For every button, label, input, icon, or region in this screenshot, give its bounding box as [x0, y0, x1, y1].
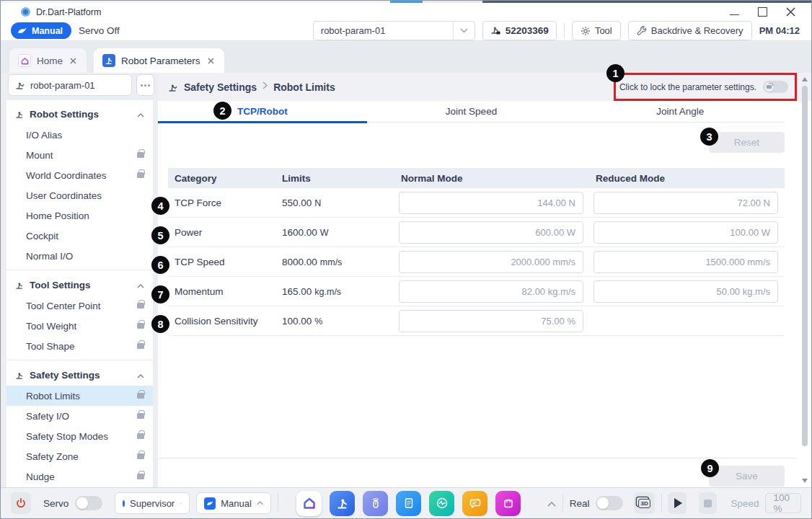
real-toggle-label: Real — [570, 498, 590, 509]
sidebar-item-normal-io[interactable]: Normal I/O — [6, 246, 153, 266]
scrollbar-thumb[interactable] — [802, 86, 808, 446]
momentum-reduced-input[interactable] — [593, 280, 778, 303]
stop-button[interactable] — [699, 492, 717, 514]
app-window: Dr.Dart-Platform Manual Servo Off robot-… — [0, 0, 812, 519]
lock-icon — [137, 474, 144, 479]
bottom-bar: Servo Supervisor Manual — [1, 487, 811, 518]
sidebar-item-world-coordinates[interactable]: World Coordinates — [6, 165, 153, 185]
chevron-up-icon — [137, 280, 144, 290]
breadcrumb-page: Robot Limits — [273, 81, 335, 93]
footer-separator — [661, 494, 662, 513]
tool-button[interactable]: Tool — [572, 21, 621, 40]
annotation-badge-9: 9 — [701, 459, 719, 477]
operation-mode-select[interactable]: Manual — [196, 492, 271, 514]
dock-robot-params-icon[interactable] — [330, 491, 355, 516]
play-button[interactable] — [668, 492, 687, 514]
chevron-right-icon — [262, 81, 268, 92]
backdrive-recovery-button[interactable]: Backdrive & Recovery — [628, 21, 752, 40]
subtab-joint-angle[interactable]: Joint Angle — [575, 101, 785, 122]
manual-mode-button[interactable]: Manual — [11, 22, 71, 39]
minimize-button[interactable] — [730, 9, 739, 15]
subtab-joint-speed[interactable]: Joint Speed — [367, 101, 576, 122]
sidebar-item-tool-weight[interactable]: Tool Weight — [6, 316, 153, 336]
robot-icon — [168, 82, 178, 92]
dock-store-icon[interactable] — [495, 491, 521, 516]
speed-value[interactable]: 100 % — [765, 493, 801, 513]
more-options-button[interactable] — [136, 74, 154, 96]
screen-edge-strip-gray — [423, 1, 482, 3]
manual-swoosh-icon — [17, 27, 27, 35]
lock-icon — [137, 323, 144, 329]
sidebar-item-robot-limits[interactable]: Robot Limits — [6, 386, 153, 406]
chevron-up-icon — [257, 501, 263, 505]
ellipsis-icon — [144, 84, 146, 86]
tcp-speed-reduced-input[interactable] — [593, 251, 778, 273]
servo-toggle[interactable] — [75, 496, 102, 510]
dock-jog-remote-icon[interactable] — [363, 491, 388, 516]
role-select[interactable]: Supervisor — [115, 492, 190, 514]
dock-collapse-chevron[interactable] — [547, 497, 556, 510]
lock-parameters-callout: Click to lock the parameter settings. — [614, 73, 797, 101]
lock-icon — [137, 343, 144, 349]
annotation-badge-3: 3 — [700, 128, 718, 146]
lock-icon — [137, 152, 144, 158]
tcp-force-reduced-input[interactable] — [593, 192, 778, 214]
breadcrumb-section[interactable]: Safety Settings — [184, 81, 257, 93]
sidebar-item-cockpit[interactable]: Cockpit — [6, 226, 153, 246]
sidebar-item-tool-center-point[interactable]: Tool Center Point — [6, 296, 153, 316]
param-name-field[interactable]: robot-param-01 — [8, 74, 132, 96]
section-safety-settings[interactable]: Safety Settings — [6, 364, 153, 386]
tcp-force-normal-input[interactable] — [399, 192, 583, 214]
sidebar-item-user-coordinates[interactable]: User Coordinates — [6, 185, 153, 205]
dock-message-log-icon[interactable] — [462, 491, 487, 516]
lock-icon — [137, 393, 144, 399]
sidebar-item-safety-io[interactable]: Safety I/O — [6, 406, 153, 426]
robot-icon — [15, 80, 25, 90]
power-normal-input[interactable] — [399, 221, 583, 244]
maximize-button[interactable] — [758, 7, 767, 17]
real-sim-toggle[interactable] — [596, 496, 623, 510]
home-icon — [18, 54, 31, 67]
parameter-subtabs: TCP/Robot Joint Speed Joint Angle — [158, 101, 785, 123]
reset-button[interactable]: Reset — [709, 132, 785, 153]
close-tab-icon[interactable] — [69, 56, 78, 66]
lock-icon — [137, 413, 144, 419]
sim-3d-button[interactable]: 3D — [634, 492, 654, 514]
save-button[interactable]: Save — [709, 466, 785, 487]
toolbar-separator — [564, 23, 565, 39]
sidebar-item-tool-shape[interactable]: Tool Shape — [6, 336, 153, 356]
power-reduced-input[interactable] — [593, 221, 778, 244]
close-button[interactable] — [786, 7, 795, 17]
sidebar-item-safety-zone[interactable]: Safety Zone — [6, 446, 153, 466]
vertical-scrollbar[interactable] — [800, 76, 809, 484]
sidebar-item-home-position[interactable]: Home Position — [6, 205, 153, 226]
sidebar-item-mount[interactable]: Mount — [6, 145, 153, 165]
power-button[interactable] — [11, 492, 31, 514]
sidebar-item-nudge[interactable]: Nudge — [6, 466, 153, 487]
annotation-badge-6: 6 — [151, 256, 169, 274]
tcp-speed-normal-input[interactable] — [399, 251, 583, 273]
table-row-momentum: Momentum 165.00kg.m/s — [168, 277, 785, 306]
dock-task-editor-icon[interactable] — [396, 491, 421, 516]
section-tool-settings[interactable]: Tool Settings — [6, 274, 153, 296]
lock-parameters-toggle[interactable] — [763, 81, 788, 93]
parameter-preset-select[interactable]: robot-param-01 — [313, 21, 475, 40]
chevron-up-icon — [180, 501, 182, 505]
dock-home-icon[interactable] — [296, 491, 322, 516]
collision-sensitivity-normal-input[interactable] — [399, 310, 583, 332]
tab-home[interactable]: Home — [9, 48, 87, 73]
robot-icon — [15, 110, 25, 119]
section-robot-settings[interactable]: Robot Settings — [6, 103, 153, 125]
lock-icon — [137, 303, 144, 309]
table-row-tcp-speed: TCP Speed 8000.00mm/s — [168, 247, 785, 277]
scroll-up-icon[interactable] — [802, 77, 808, 81]
scroll-down-icon[interactable] — [802, 479, 808, 483]
dock-monitor-icon[interactable] — [429, 491, 454, 516]
momentum-normal-input[interactable] — [399, 280, 583, 303]
footer-separator — [278, 494, 278, 513]
sidebar-item-io-alias[interactable]: I/O Alias — [6, 125, 153, 145]
tab-robot-parameters[interactable]: Robot Parameters — [94, 48, 224, 73]
subtab-tcp-robot[interactable]: TCP/Robot — [158, 101, 367, 122]
close-tab-icon[interactable] — [206, 56, 216, 66]
sidebar-item-safety-stop-modes[interactable]: Safety Stop Modes — [6, 426, 153, 446]
